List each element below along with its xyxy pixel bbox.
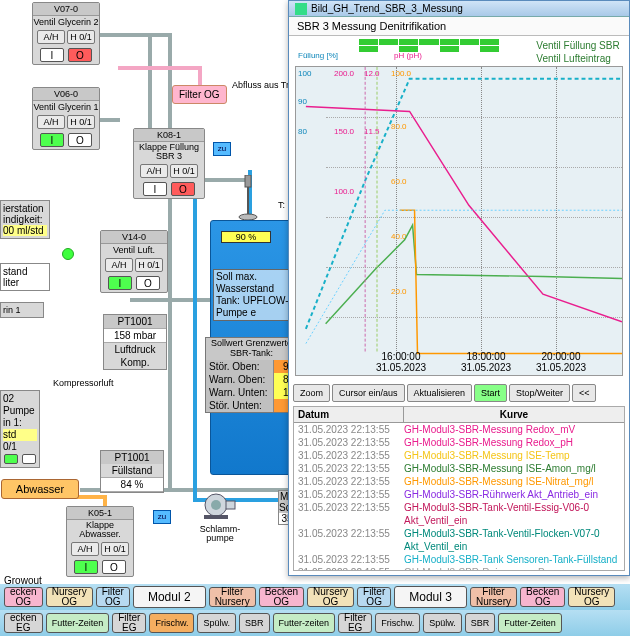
readout-pt1001-pressure: PT1001 158 mbar Luftdruck Komp. bbox=[103, 314, 167, 370]
trend-titlebar[interactable]: Bild_GH_Trend_SBR_3_Messung bbox=[289, 1, 629, 17]
svg-rect-6 bbox=[204, 515, 228, 519]
cursor-button[interactable]: Cursor ein/aus bbox=[332, 384, 405, 402]
threshold-row: Warn. Unten:10 bbox=[206, 386, 297, 399]
device-k08: K08-1 Klappe Füllung SBR 3 A/HH 0/1 IO bbox=[133, 128, 205, 199]
device-v06: V06-0 Ventil Glycerin 1 A/HH 0/1 IO bbox=[32, 87, 100, 150]
table-row[interactable]: 31.05.2023 22:13:55GH-Modul3-SBR-Messung… bbox=[294, 449, 624, 462]
status-strips bbox=[359, 39, 499, 61]
trend-toolbar: Zoom Cursor ein/aus Aktualisieren Start … bbox=[293, 383, 625, 403]
ah-button[interactable]: A/H bbox=[37, 30, 65, 44]
table-row[interactable]: 31.05.2023 22:13:55GH-Modul3-SBR-Messung… bbox=[294, 436, 624, 449]
stop-button[interactable]: Stop/Weiter bbox=[509, 384, 570, 402]
svg-rect-5 bbox=[226, 501, 235, 509]
side-rin1: rin 1 bbox=[0, 302, 44, 318]
toolbar-chip[interactable]: FilterOG bbox=[357, 587, 391, 607]
bottom-toolbar-2: eckenEGFutter-ZeitenFilterEGFrischw.Spül… bbox=[0, 610, 630, 636]
table-row[interactable]: 31.05.2023 22:13:55GH-Modul3-SBR-Reinwas… bbox=[294, 566, 624, 571]
toolbar-chip[interactable]: NurseryOG bbox=[568, 587, 615, 607]
window-icon bbox=[295, 3, 307, 15]
h01-button[interactable]: H 0/1 bbox=[67, 115, 95, 129]
toolbar-chip[interactable]: eckenEG bbox=[4, 613, 43, 633]
curve-table: DatumKurve 31.05.2023 22:13:55GH-Modul3-… bbox=[293, 406, 625, 571]
abfluss-label: Abfluss aus Tr bbox=[232, 80, 289, 90]
toolbar-chip[interactable]: SBR bbox=[239, 613, 270, 633]
toolbar-chip[interactable]: FilterEG bbox=[338, 613, 372, 633]
toolbar-chip[interactable]: SBR bbox=[465, 613, 496, 633]
table-row[interactable]: 31.05.2023 22:13:55GH-Modul3-SBR-Messung… bbox=[294, 423, 624, 436]
side-pumpe: 02Pumpein 1: std0/1 bbox=[0, 390, 40, 468]
agitator-icon bbox=[237, 175, 259, 220]
start-button[interactable]: Start bbox=[474, 384, 507, 402]
tank-pct: 90 % bbox=[221, 231, 271, 243]
toolbar-chip[interactable]: Modul 3 bbox=[394, 586, 467, 608]
kompressor-label: Kompressorluft bbox=[53, 378, 114, 388]
device-k05: K05-1 Klappe Abwasser. A/HH 0/1 IO bbox=[66, 506, 134, 577]
toolbar-chip[interactable]: Futter-Zeiten bbox=[46, 613, 110, 633]
klappe-zu-2[interactable]: zu bbox=[153, 510, 171, 524]
zoom-button[interactable]: Zoom bbox=[293, 384, 330, 402]
status-ind: O bbox=[68, 133, 92, 147]
threshold-box: Sollwert Grenzwerte SBR-Tank: Stör. Oben… bbox=[205, 337, 298, 413]
klappe-zu-1[interactable]: zu bbox=[213, 142, 231, 156]
toolbar-chip[interactable]: BeckenOG bbox=[259, 587, 304, 607]
threshold-row: Stör. Unten:5 bbox=[206, 399, 297, 412]
side-station: ierstation indigkeit: 00 ml/std bbox=[0, 200, 50, 239]
svg-point-4 bbox=[211, 500, 221, 510]
toolbar-chip[interactable]: NurseryOG bbox=[46, 587, 93, 607]
threshold-row: Stör. Oben:90 bbox=[206, 360, 297, 373]
akt-button[interactable]: Aktualisieren bbox=[407, 384, 473, 402]
toolbar-chip[interactable]: NurseryOG bbox=[307, 587, 354, 607]
svg-rect-1 bbox=[247, 187, 249, 215]
status-ind: I bbox=[40, 133, 64, 147]
ah-button[interactable]: A/H bbox=[37, 115, 65, 129]
table-row[interactable]: 31.05.2023 22:13:55GH-Modul3-SBR-Tank-Ve… bbox=[294, 527, 624, 553]
device-v07: V07-0 Ventil Glycerin 2 A/HH 0/1 IO bbox=[32, 2, 100, 65]
device-v14: V14-0 Ventil Luft. A/HH 0/1 IO bbox=[100, 230, 168, 293]
table-row[interactable]: 31.05.2023 22:13:55GH-Modul3-SBR-Tank Se… bbox=[294, 553, 624, 566]
abwasser-label: Abwasser bbox=[1, 479, 79, 499]
svg-point-2 bbox=[239, 214, 257, 220]
table-row[interactable]: 31.05.2023 22:13:55GH-Modul3-SBR-Rührwer… bbox=[294, 488, 624, 501]
readout-pt1001-fill: PT1001 Füllstand 84 % bbox=[100, 450, 164, 493]
toolbar-chip[interactable]: eckenOG bbox=[4, 587, 43, 607]
h01-button[interactable]: H 0/1 bbox=[67, 30, 95, 44]
side-stand: stand liter bbox=[0, 263, 50, 291]
toolbar-chip[interactable]: Futter-zeiten bbox=[273, 613, 336, 633]
svg-rect-0 bbox=[245, 175, 251, 187]
schlamm-label: Schlamm-pumpe bbox=[197, 525, 243, 543]
toolbar-chip[interactable]: Modul 2 bbox=[133, 586, 206, 608]
toolbar-chip[interactable]: Spülw. bbox=[197, 613, 236, 633]
threshold-row: Warn. Oben:85 bbox=[206, 373, 297, 386]
toolbar-chip[interactable]: FilterOG bbox=[96, 587, 130, 607]
device-hdr: V07-0 bbox=[33, 3, 99, 16]
legend-item: Ventil Füllung SBR bbox=[536, 39, 623, 52]
toolbar-chip[interactable]: Frischw. bbox=[149, 613, 194, 633]
toolbar-chip[interactable]: Futter-Zeiten bbox=[498, 613, 562, 633]
status-dot bbox=[62, 248, 74, 260]
toolbar-chip[interactable]: FilterNursery bbox=[209, 587, 256, 607]
status-ind: I bbox=[40, 48, 64, 62]
bottom-toolbar-1: eckenOGNurseryOGFilterOGModul 2FilterNur… bbox=[0, 584, 630, 610]
toolbar-chip[interactable]: Frischw. bbox=[375, 613, 420, 633]
toolbar-chip[interactable]: FilterNursery bbox=[470, 587, 517, 607]
trend-subtitle: SBR 3 Messung Denitrifikation bbox=[289, 17, 629, 36]
table-row[interactable]: 31.05.2023 22:13:55GH-Modul3-SBR-Tank-Ve… bbox=[294, 501, 624, 527]
table-row[interactable]: 31.05.2023 22:13:55GH-Modul3-SBR-Messung… bbox=[294, 462, 624, 475]
table-row[interactable]: 31.05.2023 22:13:55GH-Modul3-SBR-Messung… bbox=[294, 475, 624, 488]
schlamm-pump-icon bbox=[198, 490, 236, 520]
trend-chart[interactable]: 100 90 80 Füllung [%] pH (pH) 200.0 150.… bbox=[295, 66, 623, 376]
toolbar-chip[interactable]: BeckenOG bbox=[520, 587, 565, 607]
back-button[interactable]: << bbox=[572, 384, 597, 402]
legend-item: Ventil Lufteintrag bbox=[536, 52, 623, 65]
status-ind: O bbox=[68, 48, 92, 62]
filter-og-button[interactable]: Filter OG bbox=[172, 85, 227, 104]
trend-window: Bild_GH_Trend_SBR_3_Messung SBR 3 Messun… bbox=[288, 0, 630, 576]
toolbar-chip[interactable]: Spülw. bbox=[423, 613, 462, 633]
toolbar-chip[interactable]: FilterEG bbox=[112, 613, 146, 633]
plot-svg bbox=[296, 67, 622, 373]
